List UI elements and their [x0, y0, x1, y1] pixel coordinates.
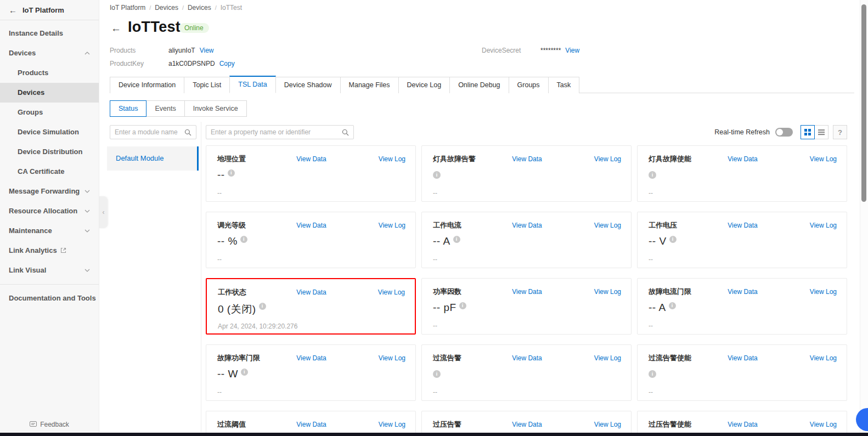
- tab-manage-files[interactable]: Manage Files: [340, 77, 399, 93]
- view-log-link[interactable]: View Log: [810, 421, 837, 428]
- sidebar-item-link-visual[interactable]: Link Visual: [0, 261, 99, 280]
- view-data-link[interactable]: View Data: [728, 222, 757, 229]
- view-data-link[interactable]: View Data: [512, 288, 542, 296]
- property-value: -- A: [433, 235, 450, 247]
- view-log-link[interactable]: View Log: [379, 155, 405, 163]
- tab-device-information[interactable]: Device Information: [110, 77, 184, 93]
- info-icon[interactable]: i: [669, 236, 677, 243]
- subtab-events[interactable]: Events: [146, 100, 184, 117]
- realtime-refresh-label: Real-time Refresh: [714, 128, 770, 136]
- realtime-refresh-toggle[interactable]: [775, 128, 793, 137]
- view-log-link[interactable]: View Log: [594, 288, 621, 296]
- property-card-header: 故障功率门限 View Data View Log: [217, 353, 405, 363]
- info-icon[interactable]: i: [453, 236, 460, 243]
- property-card: 故障功率门限 View Data View Log -- W i --: [206, 344, 416, 401]
- info-icon[interactable]: i: [649, 370, 656, 378]
- sidebar-item-groups[interactable]: Groups: [0, 103, 99, 122]
- view-data-link[interactable]: View Data: [512, 155, 542, 163]
- sidebar-item-products[interactable]: Products: [0, 63, 99, 83]
- view-data-link[interactable]: View Data: [512, 421, 542, 428]
- sidebar-item-documentation-and-tools[interactable]: Documentation and Tools: [0, 288, 99, 308]
- view-log-link[interactable]: View Log: [810, 222, 837, 229]
- view-data-link[interactable]: View Data: [512, 222, 542, 229]
- sidebar-item-link-analytics[interactable]: Link Analytics: [0, 241, 99, 261]
- breadcrumb-item-devices[interactable]: Devices/: [155, 4, 188, 12]
- sidebar-header[interactable]: ← IoT Platform: [0, 0, 99, 20]
- view-data-link[interactable]: View Data: [296, 155, 326, 163]
- sidebar-item-instance-details[interactable]: Instance Details: [0, 24, 99, 43]
- floating-assistant-button[interactable]: [856, 408, 868, 431]
- tab-groups[interactable]: Groups: [509, 77, 549, 93]
- view-link[interactable]: View: [565, 47, 579, 54]
- sidebar-item-devices[interactable]: Devices: [0, 83, 99, 103]
- view-log-link[interactable]: View Log: [594, 222, 621, 229]
- info-icon[interactable]: i: [649, 171, 656, 179]
- view-log-link[interactable]: View Log: [810, 288, 837, 296]
- view-log-link[interactable]: View Log: [810, 354, 837, 362]
- view-link[interactable]: View: [200, 47, 214, 54]
- tab-device-shadow[interactable]: Device Shadow: [275, 77, 341, 93]
- property-timestamp: --: [433, 189, 437, 197]
- sidebar-item-maintenance[interactable]: Maintenance: [0, 221, 99, 241]
- view-log-link[interactable]: View Log: [810, 155, 837, 163]
- help-button[interactable]: ?: [833, 125, 847, 139]
- breadcrumb-item-iottest[interactable]: IoTTest: [221, 4, 242, 12]
- view-data-link[interactable]: View Data: [296, 421, 326, 428]
- tab-device-log[interactable]: Device Log: [398, 77, 450, 93]
- view-data-link[interactable]: View Data: [512, 354, 542, 362]
- info-icon[interactable]: i: [241, 369, 248, 376]
- subtab-status[interactable]: Status: [110, 100, 146, 117]
- view-log-link[interactable]: View Log: [378, 288, 405, 296]
- breadcrumb-item-devices[interactable]: Devices/: [188, 4, 221, 12]
- tab-topic-list[interactable]: Topic List: [184, 77, 230, 93]
- back-arrow-icon[interactable]: ←: [9, 5, 17, 15]
- sidebar-item-message-forwarding[interactable]: Message Forwarding: [0, 182, 99, 201]
- module-search-input[interactable]: [115, 128, 184, 136]
- view-log-link[interactable]: View Log: [379, 354, 405, 362]
- view-data-link[interactable]: View Data: [296, 222, 326, 229]
- search-icon[interactable]: [184, 129, 191, 136]
- property-name: 工作电流: [433, 220, 461, 230]
- view-data-link[interactable]: View Data: [296, 288, 326, 296]
- info-icon[interactable]: i: [240, 236, 247, 243]
- breadcrumb-item-iot-platform[interactable]: IoT Platform/: [110, 4, 155, 12]
- property-search-input[interactable]: [211, 128, 342, 136]
- sidebar-item-resource-allocation[interactable]: Resource Allocation: [0, 201, 99, 221]
- subtab-invoke-service[interactable]: Invoke Service: [184, 100, 247, 117]
- view-data-link[interactable]: View Data: [296, 354, 326, 362]
- tab-task[interactable]: Task: [548, 77, 580, 93]
- info-icon[interactable]: i: [433, 370, 441, 378]
- info-icon[interactable]: i: [259, 303, 266, 310]
- module-item[interactable]: Default Module: [107, 146, 199, 171]
- copy-link[interactable]: Copy: [219, 60, 235, 67]
- sidebar-item-device-simulation[interactable]: Device Simulation: [0, 122, 99, 142]
- feedback-button[interactable]: Feedback: [0, 421, 99, 428]
- grid-view-button[interactable]: [801, 125, 815, 139]
- scrollbar-thumb[interactable]: [861, 4, 866, 202]
- info-icon[interactable]: i: [433, 171, 441, 179]
- list-view-button[interactable]: [814, 125, 828, 139]
- view-data-link[interactable]: View Data: [728, 354, 757, 362]
- sidebar-collapse-handle[interactable]: ‹: [99, 196, 108, 228]
- sidebar-item-device-distribution[interactable]: Device Distribution: [0, 142, 99, 162]
- tab-tsl-data[interactable]: TSL Data: [229, 76, 275, 93]
- view-log-link[interactable]: View Log: [594, 354, 621, 362]
- page-back-arrow-icon[interactable]: ←: [111, 22, 121, 35]
- device-meta-right: DeviceSecret ******** View: [482, 47, 579, 54]
- tab-online-debug[interactable]: Online Debug: [449, 77, 509, 93]
- view-log-link[interactable]: View Log: [594, 155, 621, 163]
- search-icon[interactable]: [342, 129, 349, 136]
- view-data-link[interactable]: View Data: [728, 288, 757, 296]
- view-data-link[interactable]: View Data: [728, 421, 757, 428]
- info-icon[interactable]: i: [459, 302, 466, 309]
- sidebar-item-devices[interactable]: Devices: [0, 43, 99, 63]
- info-icon[interactable]: i: [228, 169, 235, 177]
- view-data-link[interactable]: View Data: [728, 155, 757, 163]
- view-log-link[interactable]: View Log: [594, 421, 621, 428]
- sidebar-item-ca-certificate[interactable]: CA Certificate: [0, 162, 99, 182]
- view-log-link[interactable]: View Log: [379, 421, 405, 428]
- info-icon[interactable]: i: [669, 302, 676, 309]
- view-log-link[interactable]: View Log: [379, 222, 405, 229]
- bottom-edge-strip: [0, 433, 868, 436]
- scrollbar-track[interactable]: [860, 0, 868, 436]
